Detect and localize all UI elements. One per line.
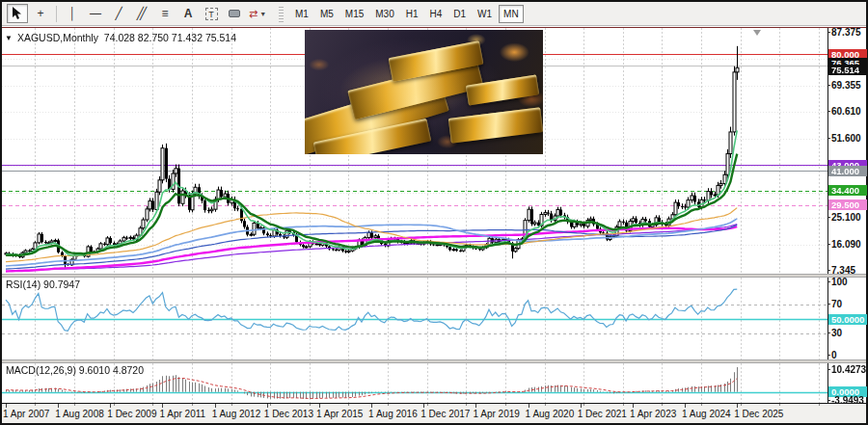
chart-symbol-title: XAGUSD,Monthly xyxy=(17,32,98,43)
date-tick xyxy=(737,404,738,408)
cursor-icon[interactable] xyxy=(7,4,28,23)
price-tick-69.355: 69.355 xyxy=(831,80,861,91)
date-label-15: 1 Dec 2025 xyxy=(734,409,783,419)
date-tick xyxy=(685,404,686,408)
timeframe-button-D1[interactable]: D1 xyxy=(448,5,471,23)
date-label-8: 1 Aug 2016 xyxy=(368,409,418,419)
price-tick-60.610: 60.610 xyxy=(831,106,861,117)
rsi-tick-70: 70 xyxy=(831,299,842,309)
date-minor-tick xyxy=(427,404,428,406)
date-minor-tick xyxy=(662,404,663,406)
fibonacci-retracement-icon[interactable]: ≡ xyxy=(154,4,176,23)
arrows-icon[interactable]: ⇄▼ xyxy=(247,4,268,23)
date-minor-tick xyxy=(545,404,546,406)
price-badge-29.500: 29.500 xyxy=(828,199,867,210)
date-label-2: 1 Aug 2008 xyxy=(55,409,104,419)
price-badge-34.400: 34.400 xyxy=(828,185,867,196)
timeframe-button-M30[interactable]: M30 xyxy=(370,5,398,23)
equidistant-channel-icon[interactable]: ╱╱ xyxy=(131,4,152,23)
date-label-14: 1 Aug 2024 xyxy=(682,409,731,419)
date-label-10: 1 Apr 2019 xyxy=(473,409,519,419)
macd-tick-top: 10.4273 xyxy=(831,364,866,375)
macd-pane-splitter[interactable] xyxy=(2,359,866,363)
date-tick xyxy=(58,404,59,408)
date-minor-tick xyxy=(779,404,780,406)
price-tick-51.600: 51.600 xyxy=(831,133,861,144)
date-label-9: 1 Dec 2017 xyxy=(420,409,470,419)
date-minor-tick xyxy=(231,404,232,406)
date-tick xyxy=(529,404,529,408)
date-label-12: 1 Dec 2021 xyxy=(578,409,627,419)
date-tick xyxy=(110,404,111,408)
date-minor-tick xyxy=(35,404,36,406)
timeframe-button-H1[interactable]: H1 xyxy=(401,5,423,23)
price-tick-25.100: 25.100 xyxy=(831,212,861,223)
price-badge-41.000: 41.000 xyxy=(828,166,867,176)
drawing-tools-group: +│—╱╱╱≡AT⇄▼ xyxy=(6,4,269,23)
price-axis[interactable]: 87.37569.35560.61051.60025.10016.0907.34… xyxy=(827,28,866,404)
timeframe-button-M1[interactable]: M1 xyxy=(290,5,313,23)
symbol-dropdown-icon[interactable]: ▼ xyxy=(5,34,13,42)
date-tick xyxy=(371,404,372,408)
shapes-icon[interactable] xyxy=(224,4,245,23)
date-tick xyxy=(633,404,634,408)
price-tick-87.375: 87.375 xyxy=(831,27,861,38)
trendline-icon[interactable]: ╱ xyxy=(108,4,129,23)
date-label-1: 1 Apr 2007 xyxy=(3,409,49,419)
toolbar: +│—╱╱╱≡AT⇄▼ M1M5M15M30H1H4D1W1MN xyxy=(2,2,866,26)
date-minor-tick xyxy=(348,404,349,406)
price-tick-16.090: 16.090 xyxy=(831,239,861,250)
mt4-chart-window: +│—╱╱╱≡AT⇄▼ M1M5M15M30H1H4D1W1MN ▼XAGUSD… xyxy=(0,0,868,425)
date-tick xyxy=(319,404,320,408)
date-minor-tick xyxy=(741,404,742,406)
date-minor-tick xyxy=(388,404,389,406)
date-label-11: 1 Aug 2020 xyxy=(526,409,575,419)
date-label-4: 1 Apr 2011 xyxy=(159,409,205,419)
date-minor-tick xyxy=(192,404,193,406)
timeframe-button-M15[interactable]: M15 xyxy=(340,5,368,23)
toolbar-drag-handle[interactable] xyxy=(279,5,284,22)
text-icon[interactable]: A xyxy=(177,4,199,23)
rsi-tick-30: 30 xyxy=(831,328,842,338)
rsi-tick-100: 100 xyxy=(831,277,848,287)
gold-bars-image xyxy=(305,30,543,154)
timeframe-button-H4[interactable]: H4 xyxy=(425,5,448,23)
date-tick xyxy=(423,404,424,408)
date-minor-tick xyxy=(114,404,115,406)
rsi-chart-canvas[interactable] xyxy=(2,278,827,359)
date-label-13: 1 Apr 2023 xyxy=(630,409,676,419)
chart-title: ▼XAGUSD,Monthly 74.028 82.750 71.432 75.… xyxy=(5,32,236,43)
rsi-indicator-label: RSI(14) 90.7947 xyxy=(6,279,80,290)
timeframe-button-M5[interactable]: M5 xyxy=(315,5,339,23)
date-minor-tick xyxy=(152,404,153,406)
date-label-3: 1 Dec 2009 xyxy=(107,409,156,419)
date-minor-tick xyxy=(701,404,702,406)
date-minor-tick xyxy=(505,404,506,406)
price-badge-75.514: 75.514 xyxy=(828,65,867,75)
date-label-5: 1 Aug 2012 xyxy=(212,409,261,419)
timeframe-group: M1M5M15M30H1H4D1W1MN xyxy=(289,5,525,23)
chart-shift-marker[interactable] xyxy=(753,30,761,36)
date-tick xyxy=(475,404,476,408)
date-label-6: 1 Dec 2013 xyxy=(264,409,313,419)
date-tick xyxy=(6,404,7,408)
date-axis[interactable]: 1 Apr 20071 Aug 20081 Dec 20091 Apr 2011… xyxy=(2,403,866,423)
date-minor-tick xyxy=(466,404,467,406)
date-tick xyxy=(162,404,163,408)
date-minor-tick xyxy=(270,404,271,406)
rsi-level-badge: 50.0000 xyxy=(828,314,867,325)
timeframe-button-W1[interactable]: W1 xyxy=(473,5,497,23)
crosshair-icon[interactable]: + xyxy=(30,4,51,23)
date-minor-tick xyxy=(583,404,584,406)
rsi-pane-splitter[interactable] xyxy=(2,274,866,278)
chart-ohlc-values: 74.028 82.750 71.432 75.514 xyxy=(104,32,236,43)
text-label-icon[interactable]: T xyxy=(201,4,222,23)
date-minor-tick xyxy=(310,404,311,406)
macd-indicator-label: MACD(12,26,9) 9.6010 4.8720 xyxy=(6,364,144,376)
horizontal-line-icon[interactable]: — xyxy=(85,4,106,23)
timeframe-button-MN[interactable]: MN xyxy=(499,5,524,23)
vertical-line-icon[interactable]: │ xyxy=(62,4,83,23)
date-minor-tick xyxy=(74,404,75,406)
date-minor-tick xyxy=(819,404,820,406)
date-minor-tick xyxy=(623,404,624,406)
